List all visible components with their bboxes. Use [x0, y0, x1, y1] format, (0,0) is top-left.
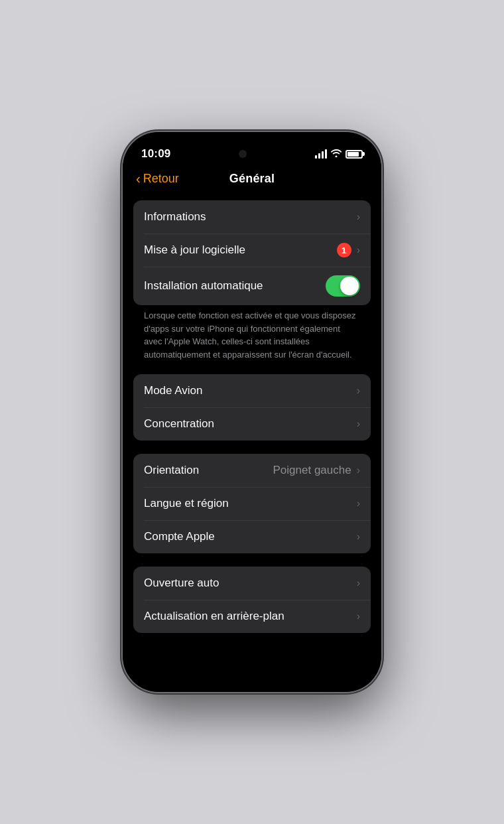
- row-mode-avion[interactable]: Mode Avion ›: [133, 374, 371, 407]
- installation-description: Lorsque cette fonction est activée et qu…: [133, 305, 371, 361]
- back-chevron-icon: ‹: [136, 171, 141, 186]
- battery-icon: [346, 150, 363, 159]
- nav-bar: ‹ Retour Général: [123, 167, 381, 194]
- row-mode-avion-right: ›: [357, 385, 360, 397]
- chevron-concentration-icon: ›: [357, 418, 360, 430]
- row-mise-a-jour[interactable]: Mise à jour logicielle 1 ›: [133, 234, 371, 267]
- phone-frame: 10:09 ‹: [123, 132, 381, 692]
- row-mise-a-jour-right: 1 ›: [337, 243, 360, 257]
- chevron-compte-apple-icon: ›: [357, 531, 360, 543]
- row-orientation[interactable]: Orientation Poignet gauche ›: [133, 454, 371, 487]
- status-bar: 10:09: [123, 132, 381, 167]
- row-actualisation-right: ›: [357, 610, 360, 622]
- settings-card-3: Orientation Poignet gauche › Langue et r…: [133, 454, 371, 553]
- row-orientation-right: Poignet gauche ›: [273, 464, 360, 477]
- installation-auto-toggle[interactable]: [326, 275, 360, 297]
- settings-group-1: Informations › Mise à jour logicielle 1 …: [133, 200, 371, 361]
- chevron-langue-region-icon: ›: [357, 498, 360, 510]
- row-concentration[interactable]: Concentration ›: [133, 407, 371, 441]
- row-compte-apple[interactable]: Compte Apple ›: [133, 520, 371, 553]
- row-informations-right: ›: [357, 211, 360, 223]
- row-installation-auto-right: [326, 275, 360, 297]
- row-actualisation[interactable]: Actualisation en arrière-plan ›: [133, 600, 371, 633]
- row-ouverture-auto-label: Ouverture auto: [144, 577, 219, 590]
- status-time: 10:09: [141, 147, 170, 161]
- chevron-mode-avion-icon: ›: [357, 385, 360, 397]
- settings-card-2: Mode Avion › Concentration ›: [133, 374, 371, 441]
- row-concentration-label: Concentration: [144, 417, 214, 431]
- row-ouverture-auto[interactable]: Ouverture auto ›: [133, 567, 371, 600]
- row-informations-label: Informations: [144, 210, 206, 224]
- row-langue-region[interactable]: Langue et région ›: [133, 487, 371, 520]
- row-compte-apple-label: Compte Apple: [144, 530, 215, 543]
- row-orientation-label: Orientation: [144, 464, 199, 477]
- row-orientation-value: Poignet gauche: [273, 464, 351, 477]
- status-icons: [315, 149, 363, 159]
- row-mode-avion-label: Mode Avion: [144, 384, 203, 397]
- update-badge: 1: [337, 243, 351, 257]
- wifi-icon: [331, 149, 342, 159]
- row-mise-a-jour-label: Mise à jour logicielle: [144, 243, 245, 257]
- signal-bars: [315, 149, 327, 159]
- content-area: Informations › Mise à jour logicielle 1 …: [123, 194, 381, 692]
- row-installation-auto-label: Installation automatique: [144, 279, 263, 293]
- row-compte-apple-right: ›: [357, 531, 360, 543]
- row-actualisation-label: Actualisation en arrière-plan: [144, 610, 284, 623]
- back-label: Retour: [143, 172, 179, 186]
- settings-card-1: Informations › Mise à jour logicielle 1 …: [133, 200, 371, 305]
- row-ouverture-auto-right: ›: [357, 577, 360, 589]
- row-langue-region-right: ›: [357, 498, 360, 510]
- row-installation-auto[interactable]: Installation automatique: [133, 267, 371, 305]
- chevron-orientation-icon: ›: [357, 464, 360, 476]
- row-langue-region-label: Langue et région: [144, 497, 229, 510]
- back-button[interactable]: ‹ Retour: [136, 172, 179, 186]
- dynamic-island: [239, 150, 247, 158]
- chevron-actualisation-icon: ›: [357, 610, 360, 622]
- toggle-knob: [340, 277, 359, 295]
- row-concentration-right: ›: [357, 418, 360, 430]
- settings-card-4: Ouverture auto › Actualisation en arrièr…: [133, 567, 371, 633]
- row-informations[interactable]: Informations ›: [133, 200, 371, 234]
- nav-title: Général: [229, 172, 275, 186]
- screen: 10:09 ‹: [123, 132, 381, 692]
- chevron-ouverture-auto-icon: ›: [357, 577, 360, 589]
- chevron-informations-icon: ›: [357, 211, 360, 223]
- chevron-mise-a-jour-icon: ›: [357, 244, 360, 256]
